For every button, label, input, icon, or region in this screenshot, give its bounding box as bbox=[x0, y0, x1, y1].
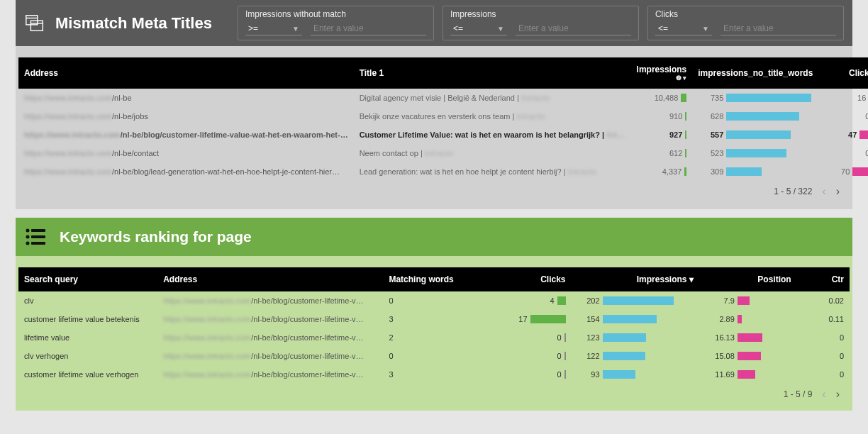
cell-impressions: 122 bbox=[572, 347, 699, 365]
table-row[interactable]: https://www.intracto.com/nl-be/contactNe… bbox=[18, 144, 868, 162]
cell-impressions: 202 bbox=[572, 291, 699, 310]
prev-page-button[interactable]: ‹ bbox=[822, 388, 825, 401]
filter-value-input[interactable] bbox=[516, 22, 631, 35]
cell-matching: 2 bbox=[383, 328, 488, 347]
list-icon bbox=[26, 228, 47, 246]
svg-point-4 bbox=[26, 229, 30, 233]
filter-value-input[interactable] bbox=[311, 22, 426, 35]
cell-ctr: 0.02 bbox=[797, 291, 850, 310]
filter-impressions-no-match: Impressions without match >= ▼ bbox=[238, 6, 434, 40]
cell-address: https://www.intracto.com/nl-be/blog/cust… bbox=[157, 347, 383, 365]
cell-query: clv verhogen bbox=[18, 347, 157, 365]
sort-desc-icon: ▾ bbox=[689, 274, 694, 284]
svg-point-6 bbox=[26, 235, 30, 239]
filter-value-input[interactable] bbox=[720, 22, 836, 35]
col-address[interactable]: Address bbox=[157, 267, 383, 291]
cell-title: Digital agency met visie | België & Nede… bbox=[354, 89, 631, 107]
operator-value: <= bbox=[453, 23, 463, 33]
pagination-range: 1 - 5 / 322 bbox=[774, 187, 812, 196]
col-imp-no-title[interactable]: impressions_no_title_words bbox=[692, 57, 818, 89]
col-matching[interactable]: Matching words bbox=[383, 267, 488, 291]
cell-query: customer lifetime value verhogen bbox=[18, 365, 157, 384]
filter-label: Impressions without match bbox=[245, 9, 426, 19]
cell-title: Neem contact op | Intracto bbox=[354, 144, 631, 162]
cell-position: 11.69 bbox=[699, 365, 797, 384]
cell-no-title: 309 bbox=[692, 162, 818, 181]
section-header: Mismatch Meta Titles Impressions without… bbox=[16, 0, 852, 46]
filter-operator-select[interactable]: >= ▼ bbox=[245, 22, 302, 35]
cell-clicks: 70 bbox=[818, 162, 868, 181]
cell-impressions: 93 bbox=[572, 365, 699, 384]
table-row[interactable]: clvhttps://www.intracto.com/nl-be/blog/c… bbox=[18, 291, 850, 310]
cell-position: 16.13 bbox=[699, 328, 797, 347]
operator-value: <= bbox=[658, 23, 668, 33]
keywords-table: Search query Address Matching words Clic… bbox=[18, 267, 850, 384]
cell-address: https://www.intracto.com/nl-be/blog/cust… bbox=[157, 310, 383, 328]
keywords-ranking-section: Keywords ranking for page Search query A… bbox=[16, 218, 852, 411]
cell-clicks: 0 bbox=[489, 365, 572, 384]
cell-no-title: 628 bbox=[692, 107, 818, 126]
col-impressions[interactable]: Impressions ❷ ▾ bbox=[631, 57, 693, 89]
section-title: Keywords ranking for page bbox=[60, 228, 252, 245]
filter-clicks: Clicks <= ▼ bbox=[647, 6, 844, 40]
cell-matching: 3 bbox=[383, 310, 488, 328]
table-row[interactable]: https://www.intracto.com/nl-be/blog/lead… bbox=[18, 162, 868, 181]
cell-query: clv bbox=[18, 291, 157, 310]
cell-title: Customer Lifetime Value: wat is het en w… bbox=[354, 126, 631, 144]
table-row[interactable]: clv verhogenhttps://www.intracto.com/nl-… bbox=[18, 347, 850, 365]
prev-page-button[interactable]: ‹ bbox=[822, 185, 825, 198]
cell-address: https://www.intracto.com/nl-be/blog/cust… bbox=[157, 365, 383, 384]
svg-rect-9 bbox=[31, 242, 45, 245]
col-clicks[interactable]: Clicks bbox=[818, 57, 868, 89]
cell-clicks: 0 bbox=[818, 107, 868, 126]
svg-rect-5 bbox=[31, 229, 45, 232]
cell-impressions: 927 bbox=[631, 126, 693, 144]
cell-ctr: 0 bbox=[797, 365, 850, 384]
cell-impressions: 154 bbox=[572, 310, 699, 328]
cell-clicks: 4 bbox=[489, 291, 572, 310]
col-ctr[interactable]: Ctr bbox=[797, 267, 850, 291]
caret-down-icon: ▼ bbox=[702, 25, 709, 33]
caret-down-icon: ▼ bbox=[292, 25, 299, 33]
caret-down-icon: ▼ bbox=[497, 25, 504, 33]
pagination: 1 - 5 / 9 ‹ › bbox=[18, 384, 850, 401]
cell-impressions: 10,488 bbox=[631, 89, 693, 107]
col-clicks[interactable]: Clicks bbox=[489, 267, 572, 291]
cell-position: 7.9 bbox=[699, 291, 797, 310]
cell-address: https://www.intracto.com/nl-be/blog/lead… bbox=[18, 162, 354, 181]
filters: Impressions without match >= ▼ Impressio… bbox=[229, 6, 852, 46]
cell-clicks: 0 bbox=[489, 328, 572, 347]
filter-impressions: Impressions <= ▼ bbox=[443, 6, 639, 40]
filter-operator-select[interactable]: <= ▼ bbox=[655, 22, 712, 35]
filter-operator-select[interactable]: <= ▼ bbox=[450, 22, 507, 35]
table-row[interactable]: customer lifetime value betekenishttps:/… bbox=[18, 310, 850, 328]
col-title1[interactable]: Title 1 bbox=[354, 57, 631, 89]
next-page-button[interactable]: › bbox=[836, 388, 840, 401]
operator-value: >= bbox=[248, 23, 258, 33]
filter-label: Impressions bbox=[450, 9, 631, 19]
cell-impressions: 4,337 bbox=[631, 162, 693, 181]
col-query[interactable]: Search query bbox=[18, 267, 157, 291]
next-page-button[interactable]: › bbox=[836, 185, 840, 198]
cell-address: https://www.intracto.com/nl-be/blog/cust… bbox=[18, 126, 354, 144]
cell-matching: 0 bbox=[383, 291, 488, 310]
table-row[interactable]: https://www.intracto.com/nl-be/blog/cust… bbox=[18, 126, 868, 144]
cell-ctr: 0 bbox=[797, 347, 850, 365]
cell-clicks: 0 bbox=[818, 144, 868, 162]
cell-address: https://www.intracto.com/nl-be bbox=[18, 89, 354, 107]
table-row[interactable]: https://www.intracto.com/nl-beDigital ag… bbox=[18, 89, 868, 107]
table-row[interactable]: customer lifetime value verhogenhttps://… bbox=[18, 365, 850, 384]
col-position[interactable]: Position bbox=[699, 267, 797, 291]
table-container: Address Title 1 Impressions ❷ ▾ impressi… bbox=[16, 46, 852, 209]
cell-title: Bekijk onze vacatures en versterk ons te… bbox=[354, 107, 631, 126]
table-row[interactable]: lifetime valuehttps://www.intracto.com/n… bbox=[18, 328, 850, 347]
cell-address: https://www.intracto.com/nl-be/blog/cust… bbox=[157, 328, 383, 347]
svg-rect-7 bbox=[31, 235, 45, 238]
cell-clicks: 47 bbox=[818, 126, 868, 144]
table-row[interactable]: https://www.intracto.com/nl-be/jobsBekij… bbox=[18, 107, 868, 126]
pagination: 1 - 5 / 322 ‹ › bbox=[18, 181, 850, 198]
pagination-range: 1 - 5 / 9 bbox=[784, 389, 813, 399]
cell-matching: 3 bbox=[383, 365, 488, 384]
col-impressions[interactable]: Impressions ▾ bbox=[572, 267, 699, 291]
col-address[interactable]: Address bbox=[18, 57, 354, 89]
